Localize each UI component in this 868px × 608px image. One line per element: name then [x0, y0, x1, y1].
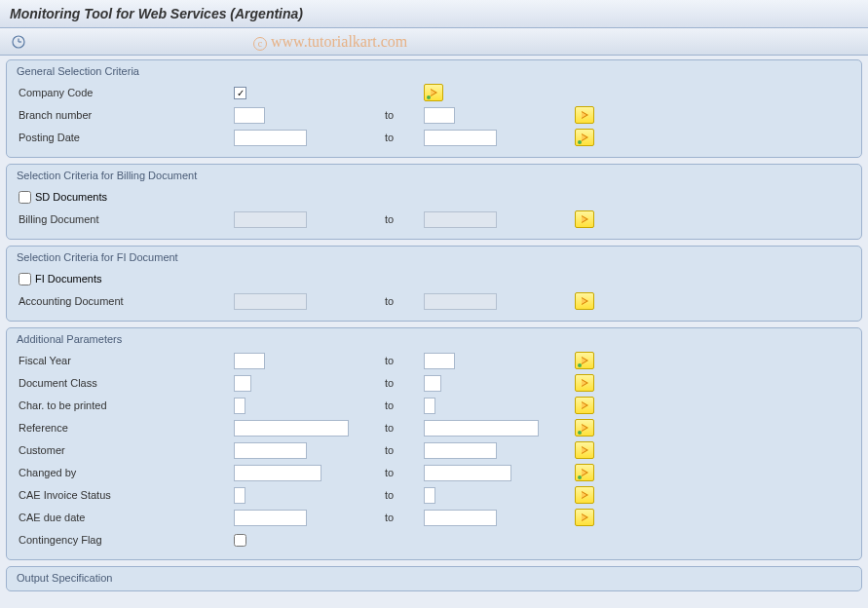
reference-range-button[interactable] — [575, 419, 594, 437]
label-posting-date: Posting Date — [15, 132, 234, 143]
arrow-right-icon — [582, 513, 588, 521]
acct-doc-range-button[interactable] — [575, 292, 594, 310]
to-label: to — [385, 213, 424, 225]
group-output: Output Specification — [6, 566, 862, 591]
dot-icon — [578, 140, 582, 144]
label-document-class: Document Class — [15, 377, 234, 389]
changed-by-from-input[interactable] — [234, 465, 321, 481]
doc-class-to-input[interactable] — [424, 375, 441, 392]
label-cae-status: CAE Invoice Status — [15, 489, 234, 501]
label-contingency: Contingency Flag — [15, 534, 234, 546]
to-label: to — [385, 512, 424, 523]
row-cae-due: CAE due date to — [15, 507, 853, 528]
row-cae-status: CAE Invoice Status to — [15, 484, 853, 506]
group-title-billing: Selection Criteria for Billing Document — [15, 167, 853, 186]
fiscal-year-to-input[interactable] — [424, 353, 455, 369]
changed-by-range-button[interactable] — [575, 464, 594, 481]
label-company-code: Company Code — [15, 87, 234, 98]
cae-due-from-input[interactable] — [234, 510, 307, 526]
label-reference: Reference — [15, 422, 234, 434]
arrow-right-icon — [582, 297, 588, 305]
doc-class-range-button[interactable] — [575, 374, 594, 392]
to-label: to — [385, 295, 424, 307]
group-title-fi: Selection Criteria for FI Document — [15, 248, 853, 268]
changed-by-to-input[interactable] — [424, 465, 511, 481]
arrow-right-icon — [582, 424, 588, 432]
to-label: to — [385, 399, 424, 411]
group-billing: Selection Criteria for Billing Document … — [6, 164, 862, 240]
row-fiscal-year: Fiscal Year to — [15, 350, 853, 371]
page-title: Monitoring Tool for Web Services (Argent… — [10, 6, 303, 21]
posting-date-range-button[interactable] — [575, 129, 594, 146]
char-printed-to-input[interactable] — [424, 398, 435, 414]
row-char-printed: Char. to be printed to — [15, 395, 853, 416]
company-code-check-icon[interactable]: ✓ — [234, 87, 246, 99]
cae-status-to-input[interactable] — [424, 487, 435, 504]
to-label: to — [385, 355, 424, 366]
label-accounting-document: Accounting Document — [15, 295, 234, 307]
arrow-right-icon — [582, 401, 588, 409]
cae-status-range-button[interactable] — [575, 486, 594, 504]
char-printed-from-input[interactable] — [234, 398, 245, 414]
customer-from-input[interactable] — [234, 442, 307, 459]
fiscal-year-from-input[interactable] — [234, 353, 265, 369]
company-code-range-button[interactable] — [424, 84, 443, 101]
customer-to-input[interactable] — [424, 442, 497, 459]
row-branch-number: Branch number to — [15, 104, 853, 126]
arrow-right-icon — [582, 133, 588, 141]
fi-documents-checkbox[interactable] — [19, 273, 31, 285]
sd-documents-checkbox[interactable] — [19, 191, 31, 204]
row-document-class: Document Class to — [15, 372, 853, 394]
arrow-right-icon — [582, 215, 588, 223]
branch-number-from-input[interactable] — [234, 107, 265, 124]
contingency-checkbox[interactable] — [234, 534, 246, 547]
doc-class-from-input[interactable] — [234, 375, 251, 392]
cae-due-to-input[interactable] — [424, 510, 497, 526]
posting-date-to-input[interactable] — [424, 130, 497, 146]
acct-doc-from-input[interactable] — [234, 293, 307, 310]
billing-doc-from-input[interactable] — [234, 211, 307, 228]
content-area: General Selection Criteria Company Code … — [0, 56, 868, 601]
group-fi: Selection Criteria for FI Document FI Do… — [6, 246, 862, 322]
group-general: General Selection Criteria Company Code … — [6, 59, 862, 158]
to-label: to — [385, 377, 424, 389]
billing-doc-to-input[interactable] — [424, 211, 497, 228]
billing-doc-range-button[interactable] — [575, 210, 594, 228]
dot-icon — [578, 431, 582, 435]
posting-date-from-input[interactable] — [234, 130, 307, 146]
label-sd-documents: SD Documents — [35, 191, 107, 203]
row-changed-by: Changed by to — [15, 462, 853, 483]
to-label: to — [385, 109, 424, 121]
branch-number-to-input[interactable] — [424, 107, 455, 124]
customer-range-button[interactable] — [575, 441, 594, 459]
label-fiscal-year: Fiscal Year — [15, 355, 234, 366]
reference-to-input[interactable] — [424, 420, 539, 437]
char-printed-range-button[interactable] — [575, 397, 594, 414]
arrow-right-icon — [582, 446, 588, 454]
reference-from-input[interactable] — [234, 420, 349, 437]
group-title-additional: Additional Parameters — [15, 330, 853, 350]
branch-number-range-button[interactable] — [575, 106, 594, 124]
row-reference: Reference to — [15, 417, 853, 438]
label-fi-documents: FI Documents — [35, 273, 101, 285]
execute-button[interactable] — [8, 32, 29, 52]
arrow-right-icon — [582, 357, 588, 364]
row-sd-documents: SD Documents — [15, 186, 853, 208]
fiscal-year-range-button[interactable] — [575, 352, 594, 369]
to-label: to — [385, 132, 424, 143]
group-title-general: General Selection Criteria — [15, 62, 853, 82]
row-contingency: Contingency Flag — [15, 529, 853, 551]
acct-doc-to-input[interactable] — [424, 293, 497, 310]
arrow-right-icon — [582, 379, 588, 387]
execute-clock-icon — [12, 35, 25, 49]
row-posting-date: Posting Date to — [15, 127, 853, 148]
cae-due-range-button[interactable] — [575, 509, 594, 526]
arrow-right-icon — [582, 491, 588, 499]
row-accounting-document: Accounting Document to — [15, 290, 853, 312]
row-billing-document: Billing Document to — [15, 209, 853, 230]
label-customer: Customer — [15, 444, 234, 456]
title-bar: Monitoring Tool for Web Services (Argent… — [0, 0, 868, 28]
dot-icon — [427, 95, 431, 99]
cae-status-from-input[interactable] — [234, 487, 245, 504]
to-label: to — [385, 489, 424, 501]
